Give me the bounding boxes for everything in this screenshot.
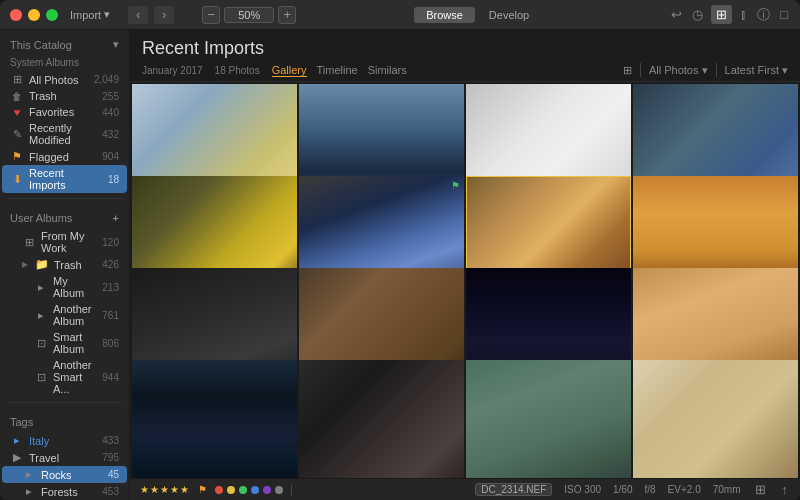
photo-cell[interactable] [132,360,297,478]
sort-button[interactable]: Latest First ▾ [725,64,788,77]
sidebar-count-rocks: 45 [108,469,119,480]
photo-cell[interactable] [466,360,631,478]
titlebar: Import ▾ ‹ › − 50% + Browse Develop ↩ ◷ … [0,0,800,30]
sidebar-item-favorites[interactable]: ♥ Favorites 440 [2,104,127,120]
sidebar-count-italy: 433 [102,435,119,446]
grid-size-button[interactable]: ⊞ [623,64,632,77]
flagged-icon: ⚑ [10,150,24,163]
subtitle-date: January 2017 [142,65,203,76]
back-button[interactable]: ‹ [128,6,148,24]
sidebar-item-trash[interactable]: 🗑 Trash 255 [2,88,127,104]
sidebar-label-trash: Trash [29,90,97,102]
page-title: Recent Imports [142,38,788,59]
tab-timeline[interactable]: Timeline [317,64,358,77]
zoom-controls: − 50% + [202,6,296,24]
zoom-in-button[interactable]: + [278,6,296,24]
history-button[interactable]: ◷ [690,5,705,24]
my-album-icon: ▸ [34,281,48,294]
sidebar-label-flagged: Flagged [29,151,97,163]
sidebar-label-smart-album: Smart Album [53,331,97,355]
sidebar-item-from-my-work[interactable]: ⊞ From My Work 120 [2,228,127,256]
folder-trash-icon: 📁 [35,258,49,271]
tab-develop[interactable]: Develop [477,7,541,23]
rating-stars[interactable]: ★★★★★ [140,484,190,495]
sidebar-tag-forests[interactable]: ▸ Forests 453 [2,483,127,500]
sidebar-count-recently-modified: 432 [102,129,119,140]
zoom-out-button[interactable]: − [202,6,220,24]
color-label-green[interactable] [239,486,247,494]
favorites-icon: ♥ [10,106,24,118]
sidebar-tag-rocks[interactable]: ▸ Rocks 45 [2,466,127,483]
columns-view-button[interactable]: ⫿ [738,5,749,24]
smart-album-icon: ⊡ [34,337,48,350]
sidebar-item-smart-album[interactable]: ⊡ Smart Album 806 [2,329,127,357]
tab-similars[interactable]: Similars [368,64,407,77]
sidebar-tag-travel[interactable]: ▶ Travel 795 [2,449,127,466]
iso-display: ISO 300 [564,484,601,495]
sidebar-item-user-trash[interactable]: ▶ 📁 Trash 426 [2,256,127,273]
undo-button[interactable]: ↩ [669,5,684,24]
photo-cell[interactable] [633,360,798,478]
forests-tag-icon: ▸ [22,485,36,498]
sidebar-label-favorites: Favorites [29,106,97,118]
photo-cell[interactable] [299,360,464,478]
flag-status[interactable]: ⚑ [198,484,207,495]
view-tabs: Gallery Timeline Similars [272,64,407,77]
maximize-button[interactable] [46,9,58,21]
color-label-blue[interactable] [251,486,259,494]
import-menu[interactable]: Import ▾ [70,8,110,21]
sidebar-label-user-trash: Trash [54,259,97,271]
recently-modified-icon: ✎ [10,128,24,141]
sidebar-label-recently-modified: Recently Modified [29,122,97,146]
sidebar-item-flagged[interactable]: ⚑ Flagged 904 [2,148,127,165]
grid-view-button[interactable]: ⊞ [711,5,732,24]
sidebar-count-forests: 453 [102,486,119,497]
status-bar: ★★★★★ ⚑ DC_2314.NEF ISO 300 1/60 f/8 EV+… [130,478,800,500]
sidebar-item-recently-modified[interactable]: ✎ Recently Modified 432 [2,120,127,148]
sidebar-tag-italy[interactable]: ▸ Italy 433 [2,432,127,449]
color-label-purple[interactable] [263,486,271,494]
travel-tag-icon: ▶ [10,451,24,464]
filter-button[interactable]: All Photos ▾ [649,64,708,77]
close-button[interactable] [10,9,22,21]
sidebar-item-recent-imports[interactable]: ⬇ Recent Imports 18 [2,165,127,193]
system-albums-header: System Albums [0,55,129,71]
view-toggle-button[interactable]: ⊞ [753,480,768,499]
export-button[interactable]: ↑ [780,480,791,499]
color-labels [215,486,283,494]
sidebar-count-all-photos: 2,049 [94,74,119,85]
from-my-work-icon: ⊞ [22,236,36,249]
sidebar-count-travel: 795 [102,452,119,463]
sidebar-label-from-my-work: From My Work [41,230,97,254]
tab-browse[interactable]: Browse [414,7,475,23]
sidebar-count-flagged: 904 [102,151,119,162]
color-label-gray[interactable] [275,486,283,494]
sidebar-item-another-smart[interactable]: ⊡ Another Smart A... 944 [2,357,127,397]
catalog-header[interactable]: This Catalog ▾ [0,30,129,55]
sidebar-item-all-photos[interactable]: ⊞ All Photos 2,049 [2,71,127,88]
add-album-button[interactable]: + [113,212,119,224]
color-label-yellow[interactable] [227,486,235,494]
color-label-red[interactable] [215,486,223,494]
info-button[interactable]: ⓘ [755,4,772,26]
flag-badge: ⚑ [451,180,460,191]
sidebar-label-travel: Travel [29,452,97,464]
minimize-button[interactable] [28,9,40,21]
sidebar-count-another-album: 761 [102,310,119,321]
toolbar-sep-1 [640,63,641,77]
sidebar-item-another-album[interactable]: ▸ Another Album 761 [2,301,127,329]
main-layout: This Catalog ▾ System Albums ⊞ All Photo… [0,30,800,500]
sidebar-item-my-album[interactable]: ▸ My Album 213 [2,273,127,301]
navigation-buttons: ‹ › [128,6,174,24]
tab-gallery[interactable]: Gallery [272,64,307,77]
subtitle-count: 18 Photos [215,65,260,76]
sidebar: This Catalog ▾ System Albums ⊞ All Photo… [0,30,130,500]
share-button[interactable]: □ [778,5,790,24]
zoom-display: 50% [224,7,274,23]
status-right: DC_2314.NEF ISO 300 1/60 f/8 EV+2.0 70mm… [475,480,790,499]
forward-button[interactable]: › [154,6,174,24]
ev-display: EV+2.0 [668,484,701,495]
content-area: Recent Imports January 2017 18 Photos Ga… [130,30,800,500]
recent-imports-icon: ⬇ [10,173,24,186]
status-separator [291,484,292,496]
